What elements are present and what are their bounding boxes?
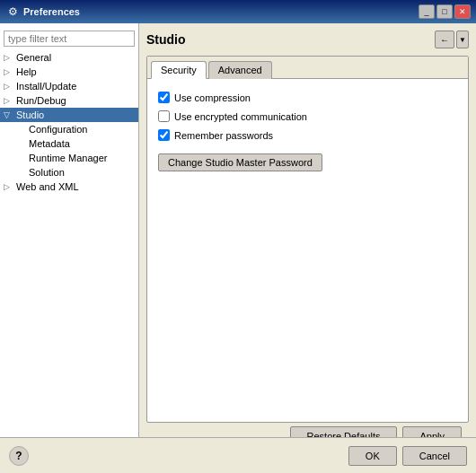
apply-button[interactable]: Apply [402,426,462,437]
filter-input[interactable] [4,31,135,47]
use-encrypted-label: Use encrypted communication [174,111,307,122]
sidebar-item-general[interactable]: ▷ General [0,50,138,65]
restore-apply-row: Restore Defaults Apply [146,423,469,437]
tab-security[interactable]: Security [151,61,207,79]
expander-icon: ▷ [4,82,16,91]
use-encrypted-row: Use encrypted communication [158,110,457,122]
nav-dropdown-button[interactable]: ▼ [456,31,469,48]
sidebar-item-configuration[interactable]: Configuration [0,122,138,136]
expander-icon: ▷ [4,96,16,105]
maximize-button[interactable]: □ [436,4,453,19]
bottom-right-buttons: OK Cancel [348,446,467,466]
content-area: Studio ← ▼ Security Advanced Use compres… [139,23,476,437]
sidebar-item-label: Runtime Manager [29,153,107,163]
change-password-button[interactable]: Change Studio Master Password [158,153,322,171]
tab-panel: Security Advanced Use compression Use en… [146,56,469,423]
close-button[interactable]: ✕ [454,4,471,19]
use-compression-row: Use compression [158,92,457,103]
expander-icon: ▷ [4,182,16,191]
sidebar-item-web-and-xml[interactable]: ▷ Web and XML [0,180,138,194]
help-button[interactable]: ? [9,446,29,466]
bottom-bar: ? OK Cancel [0,437,476,473]
window-title: Preferences [23,6,415,17]
remember-passwords-checkbox[interactable] [158,129,170,141]
sidebar-item-label: Install/Update [16,81,76,92]
sidebar-item-label: Help [16,66,37,77]
expander-icon: ▷ [4,53,16,62]
sidebar-item-run-debug[interactable]: ▷ Run/Debug [0,93,138,108]
sidebar-item-label: Web and XML [16,181,79,192]
expander-icon: ▽ [4,110,16,119]
sidebar-item-solution[interactable]: Solution [0,165,138,180]
tab-bar: Security Advanced [147,57,468,79]
sidebar-item-label: General [16,52,51,63]
use-compression-checkbox[interactable] [158,92,170,103]
sidebar-item-label: Configuration [29,124,87,135]
ok-button[interactable]: OK [348,446,397,466]
remember-passwords-row: Remember passwords [158,129,457,141]
use-compression-label: Use compression [174,92,251,103]
main-container: ▷ General ▷ Help ▷ Install/Update ▷ Run/… [0,23,476,437]
sidebar-item-label: Metadata [29,138,70,149]
minimize-button[interactable]: _ [419,4,435,19]
sidebar-item-help[interactable]: ▷ Help [0,65,138,79]
expander-icon: ▷ [4,67,16,76]
sidebar: ▷ General ▷ Help ▷ Install/Update ▷ Run/… [0,23,139,437]
sidebar-item-install-update[interactable]: ▷ Install/Update [0,79,138,93]
sidebar-item-label: Run/Debug [16,95,66,106]
content-title-row: Studio ← ▼ [146,31,469,48]
sidebar-item-label: Solution [29,167,65,178]
window-controls: _ □ ✕ [419,4,471,19]
sidebar-item-studio[interactable]: ▽ Studio [0,108,138,122]
sidebar-item-runtime-manager[interactable]: Runtime Manager [0,151,138,165]
sidebar-item-label: Studio [16,109,44,120]
tab-content-security: Use compression Use encrypted communicat… [147,79,468,184]
restore-defaults-button[interactable]: Restore Defaults [290,426,398,437]
back-button[interactable]: ← [435,31,454,48]
sidebar-item-metadata[interactable]: Metadata [0,136,138,151]
remember-passwords-label: Remember passwords [174,130,273,141]
nav-arrows: ← ▼ [435,31,469,48]
cancel-button[interactable]: Cancel [402,446,467,466]
tab-advanced[interactable]: Advanced [208,61,272,79]
page-title: Studio [146,32,186,47]
title-bar: ⚙ Preferences _ □ ✕ [0,0,476,23]
app-icon: ⚙ [5,4,20,19]
use-encrypted-checkbox[interactable] [158,110,170,122]
